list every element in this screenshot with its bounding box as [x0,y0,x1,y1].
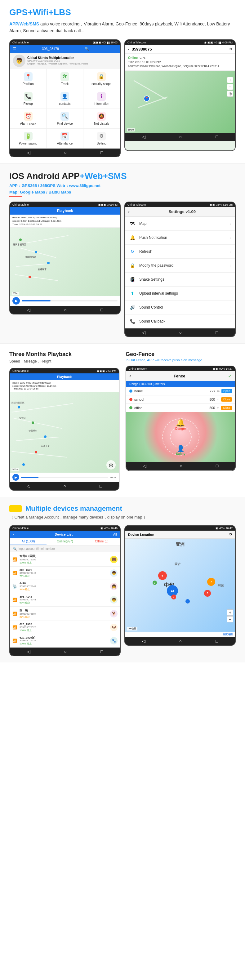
pb-progress-bar[interactable] [22,300,118,301]
fence-map-area: 🔔 Danger 👤 Safety [126,412,235,462]
loc-zoom-in[interactable]: + [227,609,233,616]
tab-offline[interactable]: Offline (3) [83,538,120,545]
fence-check-icon[interactable]: ✓ [228,373,232,379]
settings-item-push[interactable]: 🔔 Push Notification › [125,231,235,245]
menu-disturb[interactable]: 🔕 Not disturb [83,109,120,129]
dl-carrier: China Mobile [13,527,29,530]
address-info: address:Hainaut Province, Walloon Region… [128,64,232,68]
nav-recent-r[interactable]: □ [216,134,218,139]
menu-pickup[interactable]: 📞 Pickup [10,89,46,109]
loc-refresh-icon[interactable]: ↻ [229,533,232,536]
pb-nav-recent[interactable]: □ [100,307,103,312]
menu-track[interactable]: 🗺 Track [46,69,83,89]
settings-nav-back[interactable]: ◁ [142,330,145,335]
dl-nav-home[interactable]: ○ [64,649,67,654]
menu-security[interactable]: 🔒 security scope [83,69,120,89]
device-status-1: 100% 稳上 [19,561,108,565]
nav-back[interactable]: ◁ [27,150,30,155]
settings-item-refresh[interactable]: ↻ Refresh › [125,245,235,259]
city3: 友谊城市 [38,268,46,271]
loc-nav-recent[interactable]: □ [216,638,218,644]
settings-item-sound[interactable]: 🔊 Sound Control › [125,301,235,315]
tab-online[interactable]: Online(997) [46,538,83,545]
list-item[interactable]: 📶 620_2962 359339075529 100% 稳上 🐶 [10,621,120,634]
nav-home-r[interactable]: ○ [179,134,182,139]
cluster-4: 7 [207,578,215,586]
nav-recent[interactable]: □ [100,150,103,155]
settings-item-callback[interactable]: 📞 Sound Callback › [125,315,235,328]
pb-nav-home[interactable]: ○ [64,307,67,312]
home-action-btn[interactable]: Open [221,389,232,393]
dl-nav-back[interactable]: ◁ [27,649,30,654]
device-info-4: 303_4143 359339075741 98% 稳上 [19,595,108,605]
pb-play-button[interactable]: ▶ [13,297,20,305]
settings-nav-recent[interactable]: □ [216,330,218,335]
pb-nav-back[interactable]: ◁ [27,307,30,312]
list-item[interactable]: 📶 303_4143 359339075741 98% 稳上 👦 [10,593,120,607]
device-avatar-3: 👧 [110,583,118,590]
list-item[interactable]: 📶 620_2829(8) 359339075528 100% 稳上 🐾 [10,634,120,648]
pb3-nav-recent[interactable]: □ [100,484,102,488]
location-btn[interactable]: ◎ [227,91,233,97]
back-btn[interactable]: ‹ [128,47,129,51]
refresh-icon[interactable]: ↻ [229,47,232,51]
settings-item-password[interactable]: 🔒 Modify the password › [125,259,235,273]
menu-setting[interactable]: ⚙ Setting [83,129,120,148]
loc-zoom-out[interactable]: − [227,616,233,622]
menu-find[interactable]: 🔍 Find device [46,109,83,129]
fence-nav-recent[interactable]: □ [216,463,218,468]
pb3-progress[interactable] [21,477,108,478]
menu-contacts[interactable]: 👤 contacts [46,89,83,109]
upload-label: Upload interval settings [139,291,227,296]
time-info: Time 2018-10-09 03:26:12 [128,60,232,65]
office-action-btn[interactable]: Close [221,406,232,410]
nav-back-r[interactable]: ◁ [142,134,145,139]
settings-item-upload[interactable]: ⬆ Upload interval settings › [125,286,235,301]
pb3-gps-btn[interactable]: ◎ [107,460,116,469]
settings-back-icon[interactable]: ‹ [128,209,130,215]
menu-information[interactable]: ℹ Information [83,89,120,109]
section-ios-android: iOS Android APP+Web+SMS APP：GPS365 / 365… [0,164,245,343]
pb-info: device: 303C_0993 [359339075900590] spee… [10,215,120,228]
menu-power[interactable]: 🔋 Power saving [10,129,46,148]
pb3-nav-back[interactable]: ◁ [27,484,30,488]
loc-header: Device Location ↻ [125,531,235,539]
pb3-play-btn[interactable]: ▶ [13,474,19,481]
loc-nav-back[interactable]: ◁ [142,638,145,644]
zoom-in-btn[interactable]: + [227,77,233,83]
section2-map-info: Map: Google Maps / Baidu Maps [9,190,236,194]
fence-nav-home[interactable]: ○ [180,463,182,468]
list-item[interactable]: 📶 海普3（国际） 359339075796 100% 稳上 🐻 [10,552,120,566]
menu-position[interactable]: 📍 Position [10,69,46,89]
loc-nav-home[interactable]: ○ [179,638,182,644]
fence-nav-back[interactable]: ◁ [143,463,146,468]
signal-right: ◉ ▣▣ 4G ▮▮ 4:08 PM [204,41,232,44]
zoom-out-btn[interactable]: − [227,84,233,90]
settings-title: Settings v1.09 [132,209,232,214]
device-id-7: 359339075528 [19,639,108,642]
list-item[interactable]: 📶 303_4621 359339075746 75% 稳上 👦 [10,566,120,580]
pb-line2: speed: 5.6km Eastbound Mileage: 6.3c14km [13,219,118,223]
tab-all[interactable]: All (1000) [10,538,46,545]
settings-nav-home[interactable]: ○ [179,330,182,335]
dl-body: ‹ Device List All All (1000) Online(997)… [10,531,120,655]
settings-item-shake[interactable]: 📳 Shake Settings › [125,273,235,286]
dl-back-icon[interactable]: ‹ [13,533,14,536]
list-item[interactable]: 📡 4498 359339075744 38% 稳上 👧 [10,580,120,593]
dl-title: Device List [17,533,111,536]
menu-alarm[interactable]: ⏰ Alarm clock [10,109,46,129]
pb3-nav-home[interactable]: ○ [64,484,66,488]
list-item[interactable]: 📶 圆一链 359339075697 22% 稳上 🐕 [10,607,120,621]
settings-item-map[interactable]: 🗺 Map › [125,217,235,231]
dl-nav-recent[interactable]: □ [100,649,103,654]
school-action-btn[interactable]: Close [221,397,232,402]
loc-zoom-controls: + − [227,609,233,622]
menu-attendance[interactable]: 📅 Attendance [46,129,83,148]
shake-icon: 📳 [129,276,136,283]
loc-signal: ▣ 45% 16:47 [216,527,232,530]
nav-home[interactable]: ○ [64,150,67,155]
settings-carrier: China Telecom [127,203,146,206]
app-plus-icon[interactable]: + [115,47,117,51]
fence-back-btn[interactable]: ‹ [129,373,131,379]
search-placeholder[interactable]: input account/imei number [19,547,55,550]
